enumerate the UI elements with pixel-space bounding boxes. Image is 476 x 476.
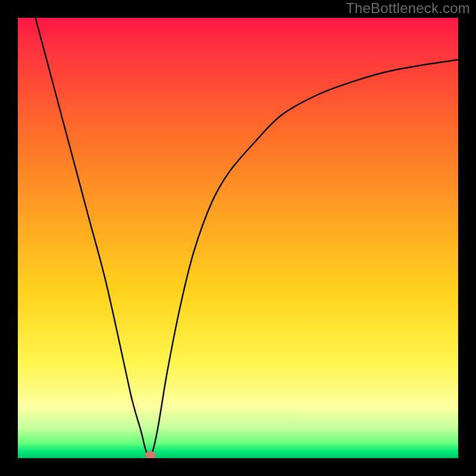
optimal-point-marker (145, 451, 156, 459)
plot-background (18, 18, 458, 458)
chart-frame: TheBottleneck.com (0, 0, 476, 476)
bottleneck-chart (0, 0, 476, 476)
watermark-text: TheBottleneck.com (346, 0, 470, 17)
